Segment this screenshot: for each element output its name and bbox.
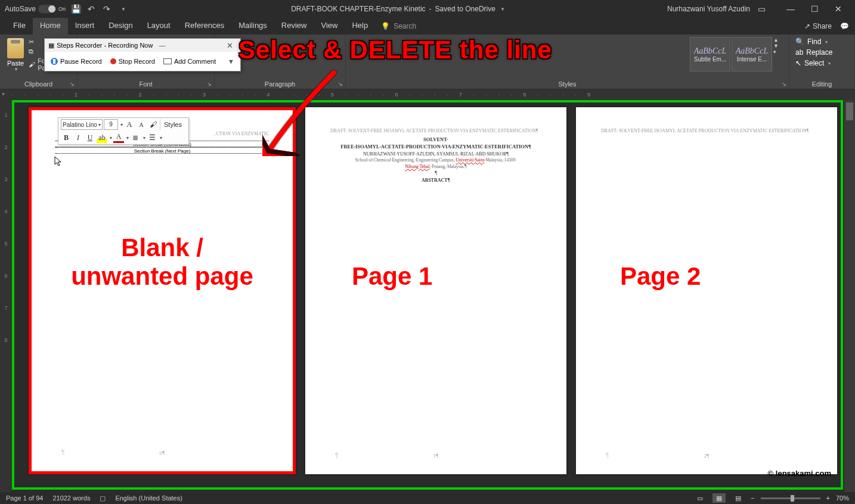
editing-group-label: Editing bbox=[793, 79, 851, 88]
close-window-button[interactable]: ✕ bbox=[826, 0, 850, 18]
maximize-button[interactable]: ☐ bbox=[803, 0, 826, 18]
watermark: © lensakami.com bbox=[768, 469, 831, 478]
mouse-cursor-icon bbox=[54, 155, 63, 168]
zoom-slider[interactable] bbox=[761, 497, 820, 499]
vertical-scrollbar[interactable] bbox=[844, 100, 855, 492]
steps-recorder-icon: ▦ bbox=[48, 42, 54, 49]
steps-recorder-window[interactable]: ▦ Steps Recorder - Recording Now — ✕ Pau… bbox=[44, 38, 241, 71]
cut-icon: ✂ bbox=[29, 38, 34, 46]
page1-header: DRAFT: SOLVENT-FREE ISOAMYL ACETATE PROD… bbox=[305, 107, 566, 136]
page1-title: SOLVENT-FREE·ISOAMYL·ACETATE·PRODUCTION·… bbox=[330, 136, 541, 151]
share-button[interactable]: ↗ Share bbox=[804, 22, 832, 30]
ribbon-display-icon[interactable]: ▭ bbox=[756, 4, 767, 14]
tab-mailings[interactable]: Mailings bbox=[231, 18, 274, 35]
style-intense-emphasis[interactable]: AaBbCcL Intense E... bbox=[732, 37, 772, 71]
comment-icon: 💬 bbox=[840, 22, 849, 30]
paragraph-launcher[interactable]: ↘ bbox=[337, 80, 344, 88]
bullets-icon[interactable]: ≣ bbox=[130, 132, 141, 143]
user-name[interactable]: Nurhazwani Yusoff Azudin bbox=[667, 5, 750, 13]
autosave-toggle[interactable]: AutoSave On bbox=[5, 5, 66, 13]
zoom-level[interactable]: 70% bbox=[836, 494, 849, 502]
italic-icon[interactable]: I bbox=[73, 132, 83, 143]
highlight-icon[interactable]: ab bbox=[97, 132, 107, 143]
tab-design[interactable]: Design bbox=[101, 18, 140, 35]
find-button[interactable]: 🔍Find▾ bbox=[793, 37, 835, 46]
tab-help[interactable]: Help bbox=[345, 18, 375, 35]
blank-page-footer: ii¶ bbox=[32, 450, 293, 456]
tab-review[interactable]: Review bbox=[274, 18, 314, 35]
styles-launcher[interactable]: ↘ bbox=[780, 80, 788, 88]
sr-close-button[interactable]: ✕ bbox=[223, 41, 237, 50]
replace-button[interactable]: abReplace bbox=[793, 48, 835, 57]
tab-file[interactable]: File bbox=[6, 18, 33, 35]
qat-dropdown-icon[interactable]: ▼ bbox=[118, 4, 129, 14]
mini-styles-button[interactable]: Styles bbox=[160, 119, 185, 130]
status-bar: Page 1 of 94 21022 words ▢ English (Unit… bbox=[0, 492, 855, 504]
stop-record-button[interactable]: Stop Record bbox=[110, 58, 155, 65]
style-subtle-emphasis[interactable]: AaBbCcL Subtle Em... bbox=[690, 37, 730, 71]
sr-minimize-button[interactable]: — bbox=[155, 42, 169, 49]
tell-me-search[interactable]: 💡 Search bbox=[375, 18, 422, 35]
select-button[interactable]: ↖Select▾ bbox=[793, 58, 835, 68]
tab-view[interactable]: View bbox=[314, 18, 345, 35]
select-icon: ↖ bbox=[795, 59, 801, 67]
view-print-layout-icon[interactable]: ▦ bbox=[712, 493, 726, 503]
tab-home[interactable]: Home bbox=[33, 18, 68, 35]
underline-icon[interactable]: U bbox=[85, 132, 95, 143]
mini-toolbar[interactable]: Palatino Lino▾ 9 ▾ A A 🖌 Styles B I U ab… bbox=[58, 117, 189, 145]
bold-icon[interactable]: B bbox=[61, 132, 72, 143]
mini-size-combo[interactable]: 9 bbox=[104, 119, 118, 130]
spell-check-icon[interactable]: ▢ bbox=[100, 494, 106, 502]
font-group-label: Font bbox=[81, 79, 210, 88]
zoom-in-button[interactable]: + bbox=[826, 494, 830, 502]
brush-icon: 🖌 bbox=[29, 61, 35, 68]
pause-record-button[interactable]: Pause Record bbox=[51, 58, 102, 65]
shrink-font-icon[interactable]: A bbox=[136, 119, 147, 130]
paste-button[interactable]: Paste ▼ bbox=[4, 37, 27, 73]
scrollbar-thumb[interactable] bbox=[846, 102, 853, 120]
section-break-next-page[interactable]: Section Break (Next Page) bbox=[55, 147, 269, 154]
font-color-icon[interactable]: A bbox=[113, 132, 124, 143]
tab-insert[interactable]: Insert bbox=[68, 18, 102, 35]
tab-references[interactable]: References bbox=[178, 18, 231, 35]
word-count[interactable]: 21022 words bbox=[52, 494, 90, 502]
title-dropdown-icon[interactable]: ▼ bbox=[500, 7, 505, 12]
document-title: DRAFT-BOOK CHAPTER-Enzyme Kinetic - Save… bbox=[129, 5, 667, 13]
page-blank[interactable]: Palatino Lino▾ 9 ▾ A A 🖌 Styles B I U ab… bbox=[29, 107, 296, 474]
find-icon: 🔍 bbox=[795, 38, 804, 46]
save-icon[interactable]: 💾 bbox=[70, 4, 81, 14]
paste-icon bbox=[7, 38, 24, 58]
mini-font-combo[interactable]: Palatino Lino▾ bbox=[61, 119, 103, 130]
tab-layout[interactable]: Layout bbox=[140, 18, 178, 35]
paragraph-mark: ¶ bbox=[606, 452, 609, 459]
comments-button[interactable]: 💬 bbox=[840, 22, 849, 30]
format-painter-mini-icon[interactable]: 🖌 bbox=[148, 119, 159, 130]
page-indicator[interactable]: Page 1 of 94 bbox=[6, 494, 43, 502]
font-launcher[interactable]: ↘ bbox=[206, 80, 213, 88]
horizontal-ruler[interactable]: ▸ · · · · · 1 · · · · 2 · · · · 3 · · · … bbox=[0, 89, 855, 100]
paragraph-mark: ¶ bbox=[335, 452, 338, 459]
vertical-ruler[interactable]: 12345678 bbox=[0, 100, 12, 492]
undo-icon[interactable]: ↶ bbox=[86, 4, 97, 14]
page1-footer: 1¶ bbox=[305, 453, 566, 459]
styles-more-icon[interactable]: ▲▼▾ bbox=[773, 37, 783, 55]
clipboard-group-label: Clipboard bbox=[4, 79, 73, 88]
autosave-state: On bbox=[58, 6, 66, 12]
clipboard-launcher[interactable]: ↘ bbox=[69, 80, 76, 88]
numbering-icon[interactable]: ☰ bbox=[147, 132, 157, 143]
grow-font-icon[interactable]: A bbox=[124, 119, 135, 130]
add-comment-button[interactable]: Add Comment bbox=[163, 58, 216, 65]
document-canvas[interactable]: Palatino Lino▾ 9 ▾ A A 🖌 Styles B I U ab… bbox=[12, 100, 843, 492]
language-indicator[interactable]: English (United States) bbox=[115, 494, 182, 502]
page-1[interactable]: DRAFT: SOLVENT-FREE ISOAMYL ACETATE PROD… bbox=[305, 107, 566, 474]
sr-menu-icon[interactable]: ▼ bbox=[228, 58, 234, 65]
page2-header: DRAFT: SOLVENT-FREE ISOAMYL ACETATE PROD… bbox=[576, 107, 837, 136]
view-web-layout-icon[interactable]: ▤ bbox=[732, 493, 745, 503]
doc-name: DRAFT-BOOK CHAPTER-Enzyme Kinetic bbox=[291, 5, 425, 13]
view-read-mode-icon[interactable]: ▭ bbox=[693, 493, 707, 503]
styles-gallery[interactable]: AaBbCcL Subtle Em... AaBbCcL Intense E..… bbox=[690, 37, 783, 75]
minimize-button[interactable]: — bbox=[779, 0, 803, 18]
redo-icon[interactable]: ↷ bbox=[101, 4, 112, 14]
zoom-out-button[interactable]: − bbox=[751, 494, 754, 502]
page-2[interactable]: DRAFT: SOLVENT-FREE ISOAMYL ACETATE PROD… bbox=[576, 107, 837, 474]
